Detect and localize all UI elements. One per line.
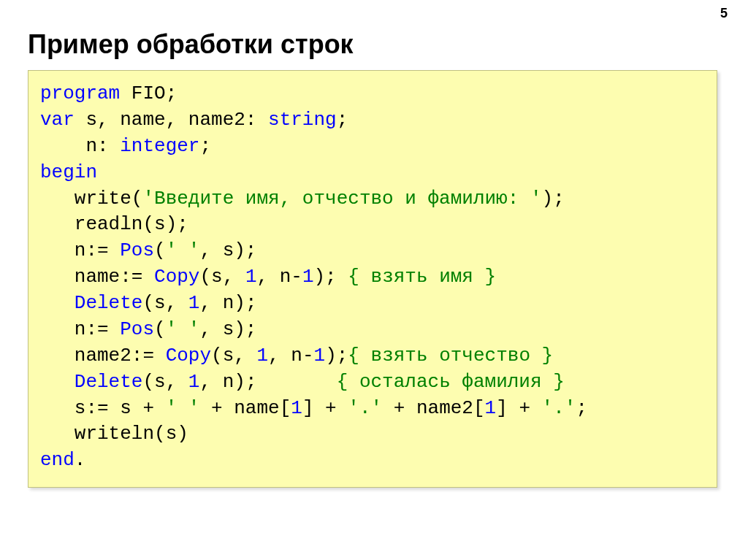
fn-pos: Pos	[120, 239, 154, 261]
fn-copy: Copy	[166, 345, 211, 367]
fn-delete: Delete	[75, 292, 143, 314]
code-line: n:= Pos(' ', s);	[40, 317, 705, 343]
text: s, name, name2:	[75, 109, 268, 131]
text: (s,	[142, 371, 188, 393]
code-line: readln(s);	[40, 212, 705, 238]
number: 1	[302, 266, 314, 288]
text: , n-	[256, 266, 302, 288]
text: + name2[	[382, 397, 484, 419]
code-line: writeln(s)	[40, 421, 705, 448]
text: ;	[576, 397, 587, 419]
number: 1	[188, 371, 200, 393]
kw-integer: integer	[120, 135, 199, 157]
string-literal: ' '	[166, 318, 200, 340]
code-line: write('Введите имя, отчество и фамилию: …	[40, 186, 705, 212]
code-line: var s, name, name2: string;	[40, 107, 705, 134]
fn-pos: Pos	[120, 318, 154, 340]
text	[40, 292, 75, 314]
text: (s,	[211, 345, 256, 367]
code-line: Delete(s, 1, n); { осталась фамилия }	[40, 369, 705, 396]
slide-title: Пример обработки строк	[28, 29, 354, 60]
text: + name[	[199, 397, 291, 419]
text: n:	[40, 135, 120, 157]
number: 1	[485, 397, 497, 419]
comment: { взять отчество }	[348, 345, 553, 367]
text: writeln(s)	[40, 423, 188, 445]
code-line: name:= Copy(s, 1, n-1); { взять имя }	[40, 264, 705, 291]
string-literal: ' '	[166, 397, 200, 419]
text: );	[542, 188, 565, 210]
number: 1	[256, 345, 268, 367]
fn-delete: Delete	[75, 371, 143, 393]
comment: { осталась фамилия }	[337, 371, 565, 393]
text	[40, 371, 75, 393]
text: write(	[40, 188, 142, 210]
text: (	[154, 318, 166, 340]
string-literal: ' '	[166, 239, 200, 261]
kw-end: end	[40, 449, 75, 471]
text: .	[75, 449, 86, 471]
text: , s);	[199, 318, 256, 340]
fn-copy: Copy	[154, 266, 199, 288]
string-literal: '.'	[542, 397, 576, 419]
text: s:= s +	[40, 397, 166, 419]
string-literal: '.'	[348, 397, 382, 419]
number: 1	[188, 292, 200, 314]
code-line: n:= Pos(' ', s);	[40, 238, 705, 264]
code-line: program FIO;	[40, 81, 705, 107]
text: ] +	[302, 397, 348, 419]
text: (	[154, 239, 166, 261]
text: readln(s);	[40, 213, 188, 235]
code-block: program FIO; var s, name, name2: string;…	[28, 70, 717, 488]
text: name2:=	[40, 345, 166, 367]
kw-var: var	[40, 109, 75, 131]
code-line: n: integer;	[40, 134, 705, 160]
text: name:=	[40, 266, 154, 288]
text: , n);	[199, 292, 256, 314]
code-line: s:= s + ' ' + name[1] + '.' + name2[1] +…	[40, 396, 705, 422]
number: 1	[291, 397, 302, 419]
text: , s);	[199, 239, 256, 261]
text: (s,	[199, 266, 245, 288]
text: ;	[199, 135, 211, 157]
number: 1	[314, 345, 326, 367]
string-literal: 'Введите имя, отчество и фамилию: '	[142, 188, 541, 210]
comment: { взять имя }	[348, 266, 496, 288]
code-line: begin	[40, 160, 705, 186]
text: ;	[337, 109, 348, 131]
kw-begin: begin	[40, 161, 97, 183]
code-line: end.	[40, 448, 705, 474]
text: , n-	[268, 345, 313, 367]
text: (s,	[142, 292, 188, 314]
text: );	[314, 266, 348, 288]
text: , n);	[199, 371, 336, 393]
number: 1	[245, 266, 257, 288]
kw-string: string	[268, 109, 337, 131]
page-number: 5	[720, 6, 728, 21]
kw-program: program	[40, 83, 120, 104]
text: n:=	[40, 239, 120, 261]
text: n:=	[40, 318, 120, 340]
text: );	[325, 345, 348, 367]
text: ] +	[496, 397, 541, 419]
code-line: Delete(s, 1, n);	[40, 291, 705, 317]
text: FIO;	[120, 83, 177, 104]
code-line: name2:= Copy(s, 1, n-1);{ взять отчество…	[40, 343, 705, 369]
